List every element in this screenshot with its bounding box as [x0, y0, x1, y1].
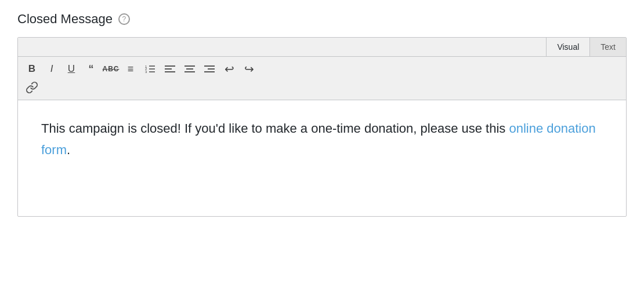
italic-button[interactable]: I	[42, 60, 61, 78]
link-button[interactable]	[23, 79, 41, 96]
align-left-button[interactable]	[161, 60, 179, 78]
ordered-list-button[interactable]: 1 2 3	[141, 60, 160, 78]
editor-text-suffix: .	[67, 143, 70, 157]
undo-button[interactable]: ↩	[220, 60, 238, 78]
toolbar-row-1: B I U “ ABC ≡ 1 2 3	[23, 60, 621, 78]
help-icon[interactable]: ?	[118, 13, 130, 25]
bold-button[interactable]: B	[23, 60, 41, 78]
align-center-button[interactable]	[180, 60, 199, 78]
tab-visual[interactable]: Visual	[546, 38, 589, 56]
strikethrough-button[interactable]: ABC	[102, 60, 120, 78]
unordered-list-button[interactable]: ≡	[121, 60, 140, 78]
blockquote-button[interactable]: “	[82, 60, 100, 78]
toolbar-row-2	[23, 79, 621, 96]
editor-text-prefix: This campaign is closed! If you'd like t…	[41, 121, 509, 136]
page-header: Closed Message ?	[17, 12, 627, 27]
align-right-button[interactable]	[200, 60, 219, 78]
underline-button[interactable]: U	[62, 60, 81, 78]
redo-button[interactable]: ↪	[240, 60, 258, 78]
toolbar: B I U “ ABC ≡ 1 2 3	[18, 57, 626, 100]
svg-text:3: 3	[145, 70, 147, 74]
tab-bar: Visual Text	[18, 38, 626, 57]
page-title: Closed Message	[17, 12, 113, 27]
editor-container: Visual Text B I U “ ABC ≡ 1 2 3	[17, 37, 627, 217]
editor-content[interactable]: This campaign is closed! If you'd like t…	[18, 100, 626, 216]
tab-text[interactable]: Text	[589, 38, 626, 56]
